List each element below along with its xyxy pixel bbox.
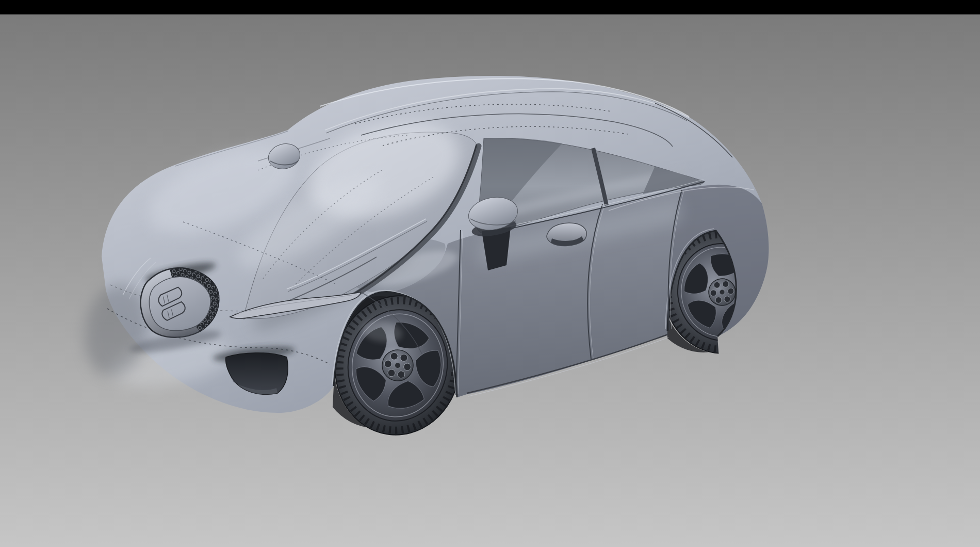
viewport-canvas[interactable] (0, 0, 980, 547)
screenshot-root (0, 0, 980, 547)
letterbox-top-bar (0, 0, 980, 14)
grille-panel (149, 277, 210, 331)
